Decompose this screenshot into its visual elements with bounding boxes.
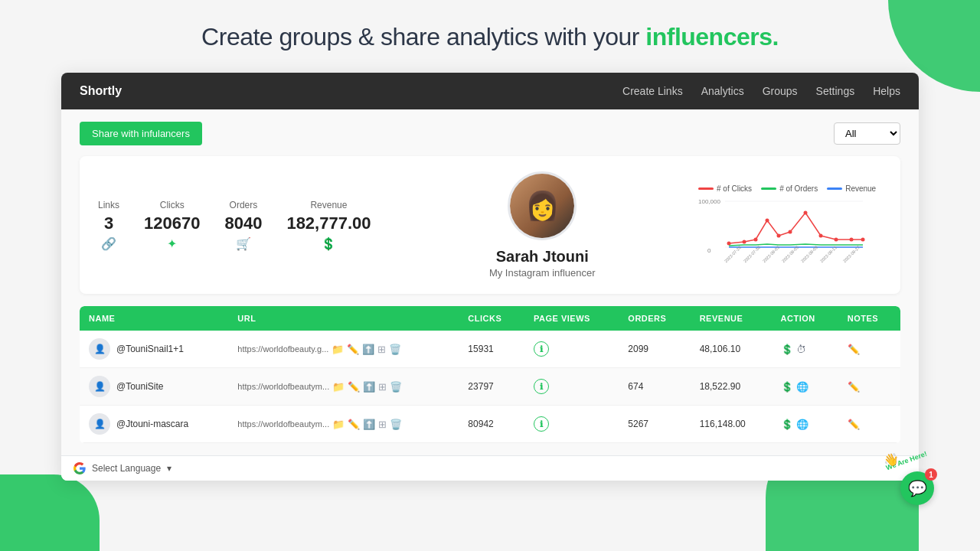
select-language-label: Select Language xyxy=(92,463,161,474)
edit-icon-0[interactable]: ✏️ xyxy=(347,344,359,355)
col-orders: ORDERS xyxy=(619,306,690,331)
row-url-1: https://worldofbeautym... xyxy=(237,382,329,391)
row-name-1: @TouniSite xyxy=(116,381,164,392)
table-row: 👤 @TouniSite https://worldofbeautym... 📁… xyxy=(80,368,900,406)
language-dropdown-icon[interactable]: ▾ xyxy=(167,463,172,474)
legend-clicks: # of Clicks xyxy=(698,184,752,193)
notes-edit-icon-0[interactable]: ✏️ xyxy=(848,344,860,355)
nav-groups[interactable]: Groups xyxy=(763,85,798,97)
links-icon: 🔗 xyxy=(101,236,116,251)
table-row: 👤 @Jtouni-mascara https://worldofbeautym… xyxy=(80,406,900,443)
cell-pageviews-0: ℹ xyxy=(524,331,619,368)
stat-clicks: Clicks 120670 ✦ xyxy=(144,200,200,251)
dollar-action-icon-0[interactable]: 💲 xyxy=(781,344,793,355)
legend-clicks-label: # of Clicks xyxy=(717,184,752,193)
cell-revenue-1: 18,522.90 xyxy=(691,368,772,406)
profile-avatar: 👩 xyxy=(508,171,577,240)
cell-revenue-2: 116,148.00 xyxy=(691,406,772,443)
nav-helps[interactable]: Helps xyxy=(873,85,900,97)
legend-orders-line xyxy=(761,187,776,190)
col-clicks: CLICKS xyxy=(459,306,524,331)
svg-text:100,000: 100,000 xyxy=(698,198,720,205)
svg-point-5 xyxy=(743,240,746,243)
svg-point-11 xyxy=(819,233,823,237)
row-avatar-0: 👤 xyxy=(89,338,110,360)
chat-button[interactable]: 💬 1 xyxy=(900,471,934,505)
cell-notes-1: ✏️ xyxy=(838,368,900,406)
stat-links-label: Links xyxy=(98,200,119,210)
svg-point-9 xyxy=(789,230,792,233)
info-icon-1: ℹ xyxy=(534,379,549,394)
svg-point-4 xyxy=(727,241,731,245)
cell-url-1: https://worldofbeautym... 📁 ✏️ ⬆️ ⊞ 🗑️ xyxy=(228,368,459,406)
col-revenue: REVENUE xyxy=(691,306,772,331)
svg-point-14 xyxy=(861,237,865,241)
svg-point-6 xyxy=(754,237,758,241)
chat-badge: 1 xyxy=(925,468,937,481)
grid-icon-0[interactable]: ⊞ xyxy=(377,344,386,355)
delete-icon-0[interactable]: 🗑️ xyxy=(389,344,401,355)
col-action: ACTION xyxy=(772,306,838,331)
table-body: 👤 @TouniSnail1+1 https://worldofbeauty.g… xyxy=(80,331,900,443)
globe-icon-1[interactable]: 🌐 xyxy=(796,381,808,393)
stat-clicks-value: 120670 xyxy=(144,214,200,233)
folder-icon-2[interactable]: 📁 xyxy=(332,419,345,430)
clicks-icon: ✦ xyxy=(167,236,177,251)
edit-icon-2[interactable]: ✏️ xyxy=(348,419,360,430)
cell-clicks-0: 15931 xyxy=(459,331,524,368)
profile-stats-card: Links 3 🔗 Clicks 120670 ✦ Orders 8040 🛒 xyxy=(80,156,900,294)
cell-pageviews-1: ℹ xyxy=(524,368,619,406)
delete-icon-2[interactable]: 🗑️ xyxy=(390,419,402,430)
stat-orders: Orders 8040 🛒 xyxy=(224,200,262,251)
cell-url-2: https://worldofbeautym... 📁 ✏️ ⬆️ ⊞ 🗑️ xyxy=(228,406,459,443)
cell-revenue-0: 48,106.10 xyxy=(691,331,772,368)
clock-icon-0[interactable]: ⏱ xyxy=(796,344,806,355)
cell-name-0: 👤 @TouniSnail1+1 xyxy=(80,331,228,368)
cell-pageviews-2: ℹ xyxy=(524,406,619,443)
top-row: Share with infulancers All Active Inacti… xyxy=(80,122,900,145)
table-row: 👤 @TouniSnail1+1 https://worldofbeauty.g… xyxy=(80,331,900,368)
svg-point-8 xyxy=(777,233,781,237)
svg-point-12 xyxy=(835,237,838,241)
stat-revenue-label: Revenue xyxy=(310,200,347,210)
notes-edit-icon-1[interactable]: ✏️ xyxy=(848,381,860,393)
folder-icon-1[interactable]: 📁 xyxy=(332,381,345,393)
dollar-action-icon-1[interactable]: 💲 xyxy=(781,381,793,393)
info-icon-2: ℹ xyxy=(534,416,549,432)
page-headline: Create groups & share analytics with you… xyxy=(61,23,919,51)
upload-icon-0[interactable]: ⬆️ xyxy=(362,344,374,355)
stat-revenue-value: 182,777.00 xyxy=(286,214,371,233)
share-with-influencers-button[interactable]: Share with infulancers xyxy=(80,122,202,145)
stat-orders-value: 8040 xyxy=(224,214,262,233)
chart-area: # of Clicks # of Orders Revenue xyxy=(698,184,882,266)
cell-orders-2: 5267 xyxy=(619,406,690,443)
delete-icon-1[interactable]: 🗑️ xyxy=(390,381,402,393)
cell-name-2: 👤 @Jtouni-mascara xyxy=(80,406,228,443)
cell-orders-1: 674 xyxy=(619,368,690,406)
nav-settings[interactable]: Settings xyxy=(816,85,855,97)
notes-edit-icon-2[interactable]: ✏️ xyxy=(848,419,860,430)
col-notes: NOTES xyxy=(838,306,900,331)
upload-icon-2[interactable]: ⬆️ xyxy=(363,419,375,430)
avatar-image: 👩 xyxy=(510,171,574,240)
chat-bubble: We Are Here! 👋 💬 1 xyxy=(900,471,934,505)
upload-icon-1[interactable]: ⬆️ xyxy=(363,381,375,393)
grid-icon-1[interactable]: ⊞ xyxy=(378,381,387,393)
navbar-nav: Create Links Analytics Groups Settings H… xyxy=(622,84,900,98)
cell-action-1: 💲 🌐 xyxy=(772,368,838,406)
filter-dropdown[interactable]: All Active Inactive xyxy=(834,122,900,145)
stat-orders-label: Orders xyxy=(230,200,258,210)
folder-icon-0[interactable]: 📁 xyxy=(332,344,344,355)
grid-icon-2[interactable]: ⊞ xyxy=(378,419,387,430)
nav-analytics[interactable]: Analytics xyxy=(701,85,744,97)
svg-point-10 xyxy=(804,210,808,214)
globe-icon-2[interactable]: 🌐 xyxy=(796,419,808,430)
col-pageviews: PAGE VIEWS xyxy=(524,306,619,331)
stat-links: Links 3 🔗 xyxy=(98,200,119,251)
cell-action-0: 💲 ⏱ xyxy=(772,331,838,368)
nav-create-links[interactable]: Create Links xyxy=(622,85,683,97)
edit-icon-1[interactable]: ✏️ xyxy=(348,381,360,393)
col-name: NAME xyxy=(80,306,228,331)
dollar-action-icon-2[interactable]: 💲 xyxy=(781,419,793,430)
row-avatar-2: 👤 xyxy=(89,413,110,435)
